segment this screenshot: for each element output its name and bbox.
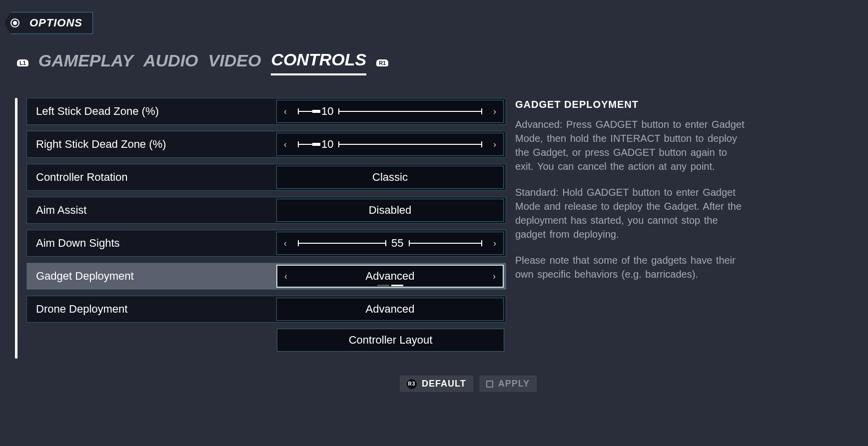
slider-value: 55	[391, 237, 403, 250]
button-label: APPLY	[498, 379, 530, 389]
tabs-row: L1 GAMEPLAY AUDIO VIDEO CONTROLS R1	[17, 50, 388, 75]
chevron-right-icon[interactable]: ›	[486, 133, 503, 155]
scrollbar[interactable]	[15, 98, 17, 359]
content-area: Left Stick Dead Zone (%) ‹ 10	[15, 98, 853, 386]
tab-controls[interactable]: CONTROLS	[271, 50, 366, 75]
select-control[interactable]: Advanced	[276, 298, 504, 321]
square-icon	[486, 381, 493, 388]
chevron-right-icon[interactable]: ›	[486, 100, 503, 122]
apply-button[interactable]: APPLY	[479, 376, 537, 392]
row-gadget-deployment[interactable]: Gadget Deployment ‹ Advanced ›	[26, 263, 506, 290]
slider-control[interactable]: ‹ 55 ›	[276, 232, 504, 255]
chevron-left-icon[interactable]: ‹	[277, 100, 294, 122]
row-label: Left Stick Dead Zone (%)	[27, 105, 276, 118]
row-label: Gadget Deployment	[27, 270, 276, 283]
page-indicator	[377, 285, 403, 286]
description-paragraph: Standard: Hold GADGET button to enter Ga…	[515, 185, 745, 241]
select-value: Disabled	[277, 204, 503, 217]
chevron-left-icon[interactable]: ‹	[277, 232, 294, 254]
select-control[interactable]: Disabled	[276, 199, 504, 222]
row-label: Right Stick Dead Zone (%)	[27, 138, 276, 151]
row-aim-down-sights[interactable]: Aim Down Sights ‹ 55 ›	[26, 230, 506, 257]
row-left-stick-dead-zone[interactable]: Left Stick Dead Zone (%) ‹ 10	[26, 98, 506, 125]
row-aim-assist[interactable]: Aim Assist Disabled	[26, 197, 506, 224]
header-options-button[interactable]: OPTIONS	[4, 12, 93, 34]
row-label: Controller Rotation	[27, 171, 276, 184]
select-value: Advanced	[277, 303, 503, 316]
description-panel: GADGET DEPLOYMENT Advanced: Press GADGET…	[515, 98, 745, 386]
controller-layout-row: Controller Layout	[26, 329, 506, 352]
tab-gameplay[interactable]: GAMEPLAY	[38, 51, 133, 74]
default-button[interactable]: R3 DEFAULT	[400, 376, 473, 392]
chevron-left-icon[interactable]: ‹	[277, 133, 294, 155]
slider-control[interactable]: ‹ 10 ›	[276, 100, 504, 123]
slider-control[interactable]: ‹ 10 ›	[276, 133, 504, 156]
row-label: Aim Down Sights	[27, 237, 276, 250]
chevron-left-icon[interactable]: ‹	[277, 266, 294, 287]
slider-value: 10	[321, 105, 333, 118]
row-right-stick-dead-zone[interactable]: Right Stick Dead Zone (%) ‹ 10	[26, 131, 506, 158]
select-value: Classic	[277, 171, 503, 184]
back-dot-icon	[11, 19, 18, 26]
select-control[interactable]: ‹ Advanced ›	[276, 265, 504, 288]
description-title: GADGET DEPLOYMENT	[515, 99, 745, 110]
bumper-left-icon: L1	[17, 59, 28, 66]
tab-video[interactable]: VIDEO	[208, 51, 261, 74]
chevron-right-icon[interactable]: ›	[486, 232, 503, 254]
row-label: Drone Deployment	[27, 303, 276, 316]
header-title: OPTIONS	[29, 16, 82, 29]
chevron-right-icon[interactable]: ›	[486, 266, 503, 287]
select-value: Advanced	[294, 270, 486, 283]
footer-buttons: R3 DEFAULT APPLY	[400, 376, 537, 392]
description-paragraph: Advanced: Press GADGET button to enter G…	[515, 117, 745, 173]
row-label: Aim Assist	[27, 204, 276, 217]
bumper-right-icon: R1	[376, 59, 388, 66]
button-label: DEFAULT	[422, 379, 466, 389]
select-control[interactable]: Classic	[276, 166, 504, 189]
row-controller-rotation[interactable]: Controller Rotation Classic	[26, 164, 506, 191]
settings-list: Left Stick Dead Zone (%) ‹ 10	[26, 98, 506, 386]
button-label: Controller Layout	[349, 334, 433, 347]
r3-icon: R3	[407, 379, 417, 389]
row-drone-deployment[interactable]: Drone Deployment Advanced	[26, 296, 506, 323]
tab-audio[interactable]: AUDIO	[143, 51, 198, 74]
controller-layout-button[interactable]: Controller Layout	[277, 329, 504, 352]
slider-value: 10	[321, 138, 333, 151]
description-paragraph: Please note that some of the gadgets hav…	[515, 253, 745, 281]
